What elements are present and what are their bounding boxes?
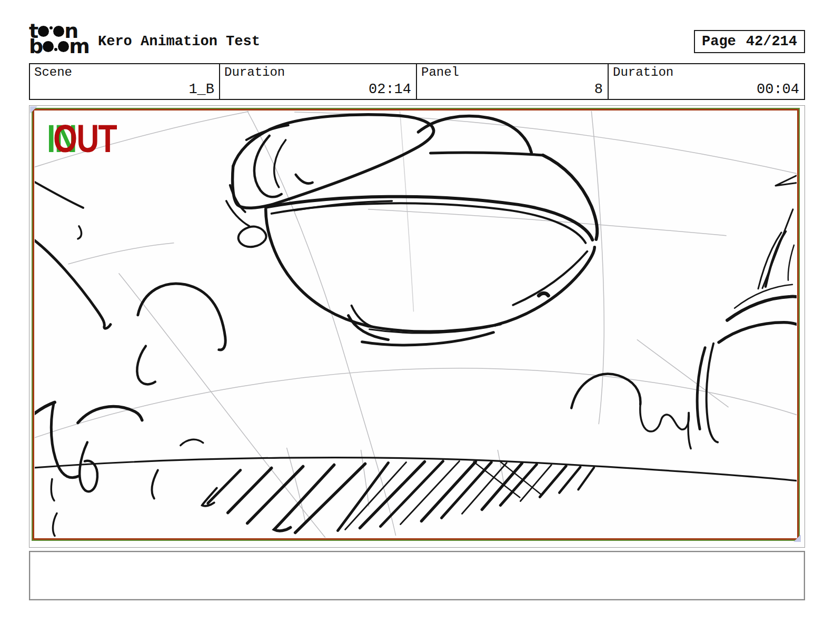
spaceship-sketch	[226, 115, 597, 345]
scene-duration-cell: Duration 02:14	[219, 64, 416, 99]
page-header: t n b m Kero Animation Test Page 42/214	[0, 0, 834, 63]
logo-dot-icon	[58, 41, 69, 52]
construction-lines	[35, 111, 797, 537]
caption-box	[29, 551, 805, 600]
logo-row-2: b m	[29, 38, 92, 54]
panel-cell: Panel 8	[416, 64, 608, 99]
right-clouds-sketch	[571, 173, 797, 449]
panel-label: Panel	[421, 66, 603, 79]
logo-dot-icon	[53, 26, 64, 37]
scene-duration-label: Duration	[224, 66, 412, 79]
page-number-box: Page 42/214	[694, 30, 805, 53]
logo-minidot-icon	[54, 48, 57, 51]
panel-duration-label: Duration	[613, 66, 800, 79]
scene-value: 1_B	[188, 82, 214, 97]
logo-letter: b	[29, 39, 43, 53]
panel-sketch-drawing	[35, 111, 797, 538]
camera-out-marker: OUT	[53, 122, 116, 157]
scene-label: Scene	[34, 66, 215, 79]
page-label: Page	[702, 34, 736, 49]
logo-letter: m	[69, 39, 90, 53]
panel-duration-value: 00:04	[757, 82, 799, 97]
panel-value: 8	[594, 82, 603, 97]
scene-duration-value: 02:14	[369, 82, 411, 97]
toonboom-logo-icon: t n b m	[29, 23, 92, 57]
panel-duration-cell: Duration 00:04	[608, 64, 804, 99]
ground-sketch	[35, 458, 797, 533]
storyboard-panel: IN OUT	[29, 105, 805, 548]
scene-info-bar: Scene 1_B Duration 02:14 Panel 8 Duratio…	[29, 63, 805, 100]
project-title: Kero Animation Test	[98, 34, 260, 49]
page-value: 42/214	[746, 34, 797, 49]
logo-dot-icon	[43, 41, 54, 52]
left-clouds-sketch	[35, 179, 225, 536]
logo-minidot-icon	[49, 26, 53, 29]
scene-cell: Scene 1_B	[30, 64, 219, 99]
